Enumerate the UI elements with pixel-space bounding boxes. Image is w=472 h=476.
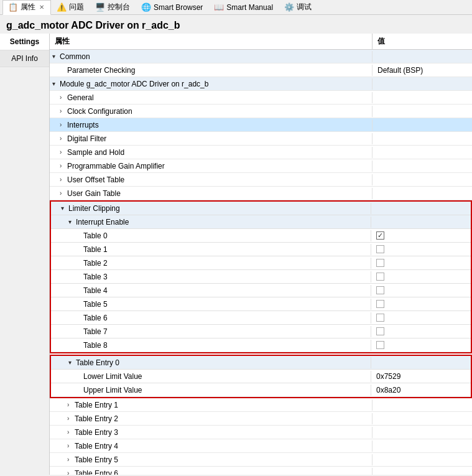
row-module-name: ▾ Module g_adc_motor ADC Driver on r_adc… xyxy=(50,78,373,90)
expand-table-entry-2-arrow[interactable]: › xyxy=(67,415,75,422)
expand-general-arrow[interactable]: › xyxy=(60,94,67,101)
row-table-entry-2-value xyxy=(373,418,472,420)
expand-table-entry-6-arrow[interactable]: › xyxy=(67,470,75,475)
row-table-0-value[interactable]: ✓ xyxy=(371,230,471,241)
row-clock-config[interactable]: › Clock Configuration xyxy=(50,105,472,118)
expand-table-entry-0-arrow[interactable]: ▾ xyxy=(68,359,76,366)
row-table-6[interactable]: Table 6 xyxy=(51,311,471,325)
row-interrupts-label: Interrupts xyxy=(67,121,99,129)
row-table-6-value[interactable] xyxy=(371,312,471,323)
row-interrupt-enable[interactable]: ▾ Interrupt Enable xyxy=(51,215,471,229)
expand-user-offset-arrow[interactable]: › xyxy=(60,176,67,183)
expand-pga-arrow[interactable]: › xyxy=(60,162,67,169)
sidebar-settings[interactable]: Settings xyxy=(0,34,49,50)
expand-clock-arrow[interactable]: › xyxy=(60,108,67,114)
row-table-entry-6[interactable]: › Table Entry 6 xyxy=(50,467,472,475)
row-user-gain-name: › User Gain Table xyxy=(50,188,373,199)
row-digital-filter[interactable]: › Digital Filter xyxy=(50,132,472,146)
row-common[interactable]: ▾ Common xyxy=(50,50,472,63)
row-upper-limit[interactable]: Upper Limit Value 0x8a20 xyxy=(51,383,471,397)
tab-debug[interactable]: ⚙️ 调试 xyxy=(279,0,317,15)
smart-browser-icon: 🌐 xyxy=(141,2,151,12)
row-user-gain[interactable]: › User Gain Table xyxy=(50,187,472,200)
checkbox-table-1[interactable] xyxy=(376,245,384,253)
row-interrupts[interactable]: › Interrupts xyxy=(50,118,472,132)
row-pga-name: › Programmable Gain Amplifier xyxy=(50,161,373,172)
checkbox-table-8[interactable] xyxy=(376,341,384,349)
row-sample-hold-value xyxy=(373,151,472,154)
expand-user-gain-arrow[interactable]: › xyxy=(60,190,67,197)
expand-common-arrow[interactable]: ▾ xyxy=(52,53,60,60)
row-table-entry-1[interactable]: › Table Entry 1 xyxy=(50,398,472,412)
row-limiter-clipping[interactable]: ▾ Limiter Clipping xyxy=(51,202,471,215)
sidebar-api-info[interactable]: API Info xyxy=(0,50,49,67)
tab-smart-manual[interactable]: 📖 Smart Manual xyxy=(208,0,279,15)
checkbox-table-0[interactable]: ✓ xyxy=(376,231,384,240)
row-table-4[interactable]: Table 4 xyxy=(51,284,471,297)
close-tab-icon[interactable]: ✕ xyxy=(38,4,45,11)
checkbox-table-7[interactable] xyxy=(376,327,384,335)
checkbox-table-2[interactable] xyxy=(376,259,384,267)
checkbox-table-4[interactable] xyxy=(376,286,384,294)
expand-table-entry-4-arrow[interactable]: › xyxy=(67,442,75,449)
row-table-entry-0[interactable]: ▾ Table Entry 0 xyxy=(51,356,471,370)
row-digital-filter-label: Digital Filter xyxy=(67,134,106,143)
tab-issues[interactable]: ⚠️ 问题 xyxy=(51,0,90,15)
row-table-5-value[interactable] xyxy=(371,299,471,309)
row-table-6-label: Table 6 xyxy=(83,314,108,322)
row-sample-hold[interactable]: › Sample and Hold xyxy=(50,146,472,159)
row-table-8[interactable]: Table 8 xyxy=(51,338,471,352)
row-table-entry-4[interactable]: › Table Entry 4 xyxy=(50,439,472,453)
tab-console[interactable]: 🖥️ 控制台 xyxy=(90,0,136,15)
row-digital-filter-name: › Digital Filter xyxy=(50,133,373,144)
checkbox-table-5[interactable] xyxy=(376,300,384,308)
row-table-entry-3-value xyxy=(373,431,472,434)
row-table-1[interactable]: Table 1 xyxy=(51,243,471,256)
tab-properties[interactable]: 📋 属性 ✕ xyxy=(2,0,51,15)
row-pga[interactable]: › Programmable Gain Amplifier xyxy=(50,159,472,173)
row-table-5[interactable]: Table 5 xyxy=(51,297,471,311)
row-lower-limit[interactable]: Lower Limit Value 0x7529 xyxy=(51,370,471,383)
row-table-0[interactable]: Table 0 ✓ xyxy=(51,229,471,243)
row-table-7[interactable]: Table 7 xyxy=(51,325,471,338)
row-table-2-name: Table 2 xyxy=(51,258,371,269)
expand-module-arrow[interactable]: ▾ xyxy=(52,80,60,87)
row-table-3-value[interactable] xyxy=(371,271,471,282)
row-lower-limit-value[interactable]: 0x7529 xyxy=(371,371,471,382)
row-table-7-value[interactable] xyxy=(371,326,471,337)
expand-sample-hold-arrow[interactable]: › xyxy=(60,149,67,156)
console-icon: 🖥️ xyxy=(95,2,105,12)
checkbox-table-3[interactable] xyxy=(376,273,384,281)
expand-table-entry-1-arrow[interactable]: › xyxy=(67,401,75,408)
row-pga-value xyxy=(373,165,472,167)
expand-limiter-arrow[interactable]: ▾ xyxy=(61,205,68,212)
row-general[interactable]: › General xyxy=(50,91,472,105)
row-table-4-name: Table 4 xyxy=(51,285,371,296)
expand-interrupts-arrow[interactable]: › xyxy=(60,121,67,128)
tab-smart-browser[interactable]: 🌐 Smart Browser xyxy=(136,0,208,15)
main-area: Settings API Info 属性 值 ▾ Common xyxy=(0,34,472,475)
row-table-2-value[interactable] xyxy=(371,258,471,268)
expand-interrupt-enable-arrow[interactable]: ▾ xyxy=(68,218,76,225)
expand-digital-filter-arrow[interactable]: › xyxy=(60,135,67,142)
row-limiter-value xyxy=(371,207,471,210)
row-table-1-value[interactable] xyxy=(371,244,471,254)
row-upper-limit-value[interactable]: 0x8a20 xyxy=(371,385,471,396)
expand-table-entry-5-arrow[interactable]: › xyxy=(67,456,75,463)
row-user-offset[interactable]: › User Offset Table xyxy=(50,173,472,187)
row-module-label: Module g_adc_motor ADC Driver on r_adc_b xyxy=(60,80,208,88)
row-table-entry-1-name: › Table Entry 1 xyxy=(50,399,373,411)
row-table-entry-2[interactable]: › Table Entry 2 xyxy=(50,412,472,426)
row-table-8-value[interactable] xyxy=(371,340,471,350)
row-table-4-value[interactable] xyxy=(371,285,471,296)
row-table-entry-0-name: ▾ Table Entry 0 xyxy=(51,357,371,368)
checkbox-table-6[interactable] xyxy=(376,314,384,322)
row-module[interactable]: ▾ Module g_adc_motor ADC Driver on r_adc… xyxy=(50,77,472,91)
row-table-2[interactable]: Table 2 xyxy=(51,256,471,270)
row-param-checking[interactable]: Parameter Checking Default (BSP) xyxy=(50,63,472,77)
expand-table-entry-3-arrow[interactable]: › xyxy=(67,429,75,436)
row-table-entry-6-value xyxy=(373,472,472,475)
row-table-entry-5[interactable]: › Table Entry 5 xyxy=(50,453,472,467)
row-table-3[interactable]: Table 3 xyxy=(51,270,471,284)
row-table-entry-3[interactable]: › Table Entry 3 xyxy=(50,426,472,439)
